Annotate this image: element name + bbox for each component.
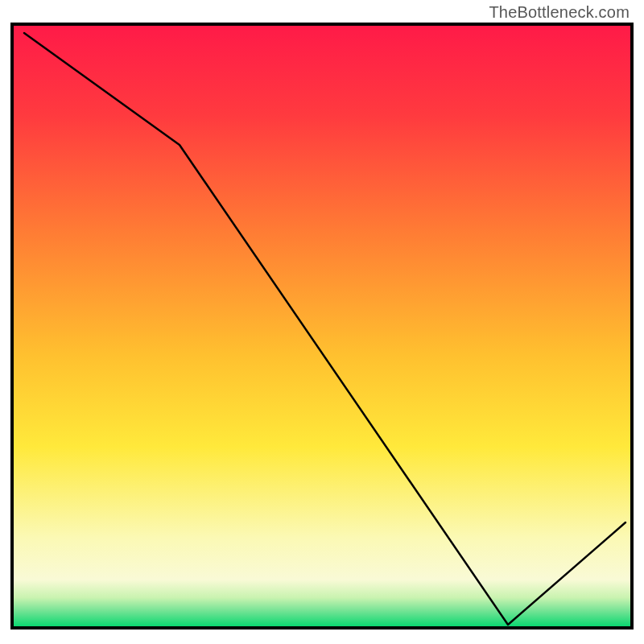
chart-svg bbox=[0, 0, 644, 644]
plot-background bbox=[12, 24, 632, 628]
plot-area bbox=[12, 24, 632, 628]
attribution-text: TheBottleneck.com bbox=[489, 3, 630, 22]
chart-container: TheBottleneck.com bbox=[0, 0, 644, 644]
